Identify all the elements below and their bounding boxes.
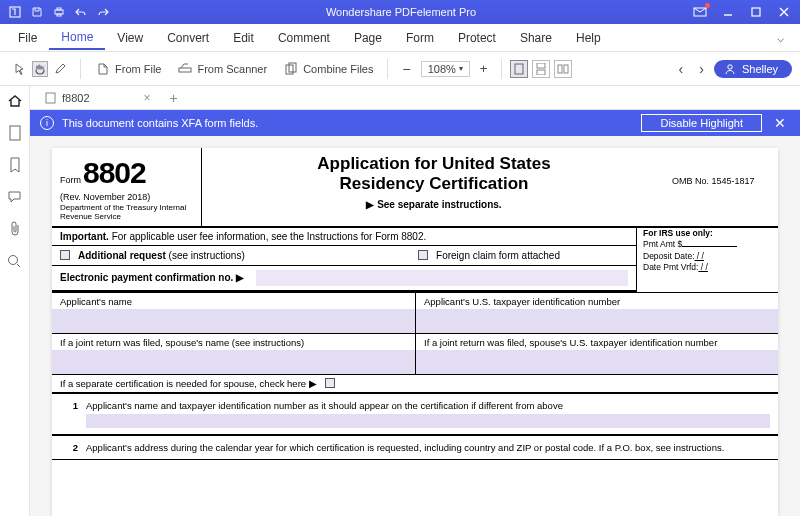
from-file-button[interactable]: From File [89, 58, 167, 80]
pdf-page: Form8802 (Rev. November 2018) Department… [52, 148, 778, 516]
menu-convert[interactable]: Convert [155, 26, 221, 49]
see-instructions: ▶ See separate instructions. [206, 199, 662, 210]
tabstrip: f8802 × + [30, 86, 800, 110]
omb-number: OMB No. 1545-1817 [666, 148, 778, 226]
combine-files-button[interactable]: Combine Files [277, 58, 379, 80]
mail-icon[interactable] [688, 2, 712, 22]
menu-view[interactable]: View [105, 26, 155, 49]
row2-number: 2 [52, 436, 86, 459]
svg-rect-7 [179, 68, 191, 72]
tab-close-icon[interactable]: × [142, 91, 153, 105]
menu-page[interactable]: Page [342, 26, 394, 49]
zoom-in-button[interactable]: + [474, 61, 494, 76]
svg-point-15 [728, 64, 732, 68]
spouse-tin-field[interactable] [416, 350, 778, 374]
nav-prev-button[interactable]: ‹ [673, 58, 690, 80]
scanner-icon [177, 61, 193, 77]
tab-f8802[interactable]: f8802 × [36, 87, 162, 108]
hand-tool-icon[interactable] [32, 61, 48, 77]
redo-icon[interactable] [96, 5, 110, 19]
save-icon[interactable] [30, 5, 44, 19]
print-icon[interactable] [52, 5, 66, 19]
menu-file[interactable]: File [6, 26, 49, 49]
date-pmt-label: Date Pmt Vrfd: [643, 262, 698, 272]
collapse-ribbon-icon[interactable]: ⌵ [767, 31, 794, 45]
bookmark-icon[interactable] [6, 156, 24, 174]
econf-label: Electronic payment confirmation no. ▶ [60, 272, 244, 283]
menu-protect[interactable]: Protect [446, 26, 508, 49]
irs-use-only-box: For IRS use only: Pmt Amt $ Deposit Date… [636, 228, 778, 292]
menu-comment[interactable]: Comment [266, 26, 342, 49]
additional-request-checkbox[interactable] [60, 250, 70, 260]
svg-rect-14 [564, 65, 568, 73]
applicant-name-field[interactable] [52, 309, 415, 333]
toolbar: From File From Scanner Combine Files − 1… [0, 52, 800, 86]
thumbnail-icon[interactable] [6, 124, 24, 142]
menu-help[interactable]: Help [564, 26, 613, 49]
pmt-amt-label: Pmt Amt $ [643, 239, 682, 249]
nav-next-button[interactable]: › [693, 58, 710, 80]
row1-number: 1 [52, 394, 86, 434]
irs-only-label: For IRS use only: [643, 228, 778, 239]
zoom-out-button[interactable]: − [396, 61, 416, 77]
disable-highlight-button[interactable]: Disable Highlight [641, 114, 762, 132]
view-continuous-icon[interactable] [532, 60, 550, 78]
select-tool-icon[interactable] [12, 61, 28, 77]
menu-edit[interactable]: Edit [221, 26, 266, 49]
row1-text: Applicant's name and taxpayer identifica… [86, 400, 563, 411]
svg-rect-3 [57, 14, 61, 16]
form-revision: (Rev. November 2018) [60, 192, 193, 202]
xfa-info-banner: i This document contains XFA form fields… [30, 110, 800, 136]
important-bold: Important. [60, 231, 109, 242]
foreign-claim-checkbox[interactable] [418, 250, 428, 260]
form-title-l1: Application for United States [317, 154, 550, 173]
combine-icon [283, 61, 299, 77]
file-icon [95, 61, 111, 77]
important-text: For applicable user fee information, see… [109, 231, 426, 242]
attachment-icon[interactable] [6, 220, 24, 238]
user-pill[interactable]: Shelley [714, 60, 792, 78]
row1-field[interactable] [86, 414, 770, 428]
user-icon [724, 63, 736, 75]
user-name: Shelley [742, 63, 778, 75]
svg-rect-2 [57, 8, 61, 10]
edit-tool-icon[interactable] [52, 61, 68, 77]
separate-cert-checkbox[interactable] [325, 378, 335, 388]
svg-rect-1 [55, 10, 63, 14]
maximize-icon[interactable] [744, 2, 768, 22]
menu-home[interactable]: Home [49, 25, 105, 50]
home-icon[interactable] [6, 92, 24, 110]
zoom-level[interactable]: 108% ▾ [421, 61, 470, 77]
add-tab-button[interactable]: + [162, 90, 186, 106]
undo-icon[interactable] [74, 5, 88, 19]
view-two-page-icon[interactable] [554, 60, 572, 78]
econf-field[interactable] [256, 270, 628, 286]
close-window-icon[interactable] [772, 2, 796, 22]
view-single-page-icon[interactable] [510, 60, 528, 78]
search-icon[interactable] [6, 252, 24, 270]
tin-field[interactable] [416, 309, 778, 333]
document-view[interactable]: Form8802 (Rev. November 2018) Department… [30, 136, 800, 516]
from-file-label: From File [115, 63, 161, 75]
from-scanner-label: From Scanner [197, 63, 267, 75]
row2-text: Applicant's address during the calendar … [86, 442, 724, 453]
minimize-icon[interactable] [716, 2, 740, 22]
svg-rect-13 [558, 65, 562, 73]
tab-label: f8802 [62, 92, 90, 104]
from-scanner-button[interactable]: From Scanner [171, 58, 273, 80]
svg-rect-16 [10, 126, 20, 140]
comment-icon[interactable] [6, 188, 24, 206]
menu-form[interactable]: Form [394, 26, 446, 49]
svg-rect-12 [537, 70, 545, 75]
form-word: Form [60, 175, 81, 185]
menu-share[interactable]: Share [508, 26, 564, 49]
close-banner-icon[interactable]: ✕ [770, 115, 790, 131]
svg-point-17 [9, 255, 18, 264]
combine-label: Combine Files [303, 63, 373, 75]
form-department: Department of the Treasury Internal Reve… [60, 204, 193, 222]
spouse-name-field[interactable] [52, 350, 415, 374]
spouse-tin-label: If a joint return was filed, spouse's U.… [424, 337, 717, 348]
banner-text: This document contains XFA form fields. [62, 117, 258, 129]
info-icon: i [40, 116, 54, 130]
sidebar [0, 86, 30, 516]
